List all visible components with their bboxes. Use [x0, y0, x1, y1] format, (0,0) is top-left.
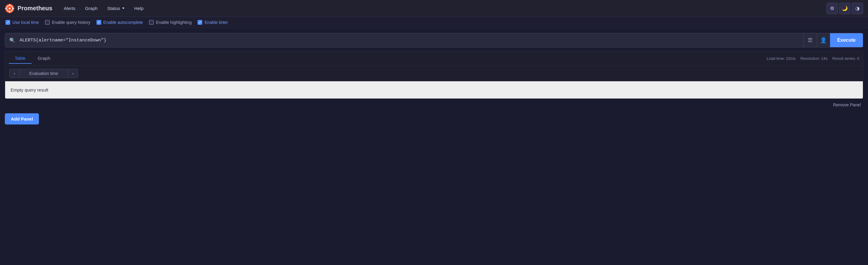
enable-linter-checkbox[interactable]: [197, 20, 202, 25]
contrast-button[interactable]: ◑: [852, 3, 863, 14]
result-series: Result series: 0: [832, 56, 859, 61]
use-local-time-label: Use local time: [12, 20, 39, 25]
tab-graph[interactable]: Graph: [32, 53, 56, 64]
enable-highlighting-label: Enable highlighting: [156, 20, 191, 25]
theme-toggle-button[interactable]: 🌙: [839, 3, 850, 14]
eval-prev-button[interactable]: ‹: [9, 69, 20, 78]
toolbar: Use local time Enable query history Enab…: [0, 17, 868, 28]
contrast-icon: ◑: [855, 5, 860, 11]
enable-query-history-checkbox[interactable]: [45, 20, 50, 25]
enable-linter-toggle[interactable]: Enable linter: [197, 20, 228, 25]
query-user-button[interactable]: 👤: [817, 33, 830, 47]
query-bar: 🔍 ☰ 👤 Execute: [5, 33, 863, 48]
main-content: 🔍 ☰ 👤 Execute Table Graph Load time: 22m…: [0, 28, 868, 129]
eval-row: ‹ Evaluation time ›: [5, 66, 863, 81]
panel-header: Table Graph Load time: 22ms Resolution: …: [5, 51, 863, 66]
use-local-time-toggle[interactable]: Use local time: [5, 20, 39, 25]
tab-table[interactable]: Table: [9, 53, 32, 64]
nav-graph[interactable]: Graph: [81, 3, 102, 13]
panel-meta: Load time: 22ms Resolution: 14s Result s…: [767, 56, 859, 61]
enable-linter-label: Enable linter: [205, 20, 228, 25]
settings-button[interactable]: ⚙: [827, 3, 838, 14]
add-panel-button[interactable]: Add Panel: [5, 113, 39, 125]
user-icon: 👤: [820, 37, 827, 44]
load-time: Load time: 22ms: [767, 56, 796, 61]
resolution: Resolution: 14s: [801, 56, 828, 61]
chevron-right-icon: ›: [72, 71, 74, 76]
query-input[interactable]: [20, 34, 804, 47]
enable-highlighting-toggle[interactable]: Enable highlighting: [149, 20, 191, 25]
eval-next-button[interactable]: ›: [68, 69, 78, 78]
brand-icon: [5, 4, 14, 13]
enable-query-history-toggle[interactable]: Enable query history: [45, 20, 90, 25]
status-dropdown-icon: [122, 7, 125, 9]
nav-links: Alerts Graph Status Help: [60, 3, 827, 13]
search-icon: 🔍: [5, 37, 20, 43]
nav-help[interactable]: Help: [130, 3, 148, 13]
navbar: Prometheus Alerts Graph Status Help ⚙ 🌙 …: [0, 0, 868, 17]
moon-icon: 🌙: [842, 5, 848, 11]
nav-alerts[interactable]: Alerts: [60, 3, 80, 13]
chevron-left-icon: ‹: [14, 71, 16, 76]
gear-icon: ⚙: [830, 5, 834, 11]
remove-panel-row: Remove Panel: [5, 99, 863, 111]
list-icon: ☰: [808, 37, 812, 44]
brand: Prometheus: [5, 4, 53, 13]
remove-panel-button[interactable]: Remove Panel: [831, 101, 863, 108]
enable-query-history-label: Enable query history: [52, 20, 90, 25]
svg-point-2: [9, 7, 10, 9]
enable-autocomplete-checkbox[interactable]: [96, 20, 101, 25]
nav-status[interactable]: Status: [103, 3, 129, 13]
panel: Table Graph Load time: 22ms Resolution: …: [5, 51, 863, 99]
use-local-time-checkbox[interactable]: [5, 20, 10, 25]
eval-time-label: Evaluation time: [20, 69, 68, 78]
query-actions: ☰ 👤 Execute: [804, 33, 863, 47]
navbar-right: ⚙ 🌙 ◑: [827, 3, 863, 14]
brand-title: Prometheus: [18, 5, 53, 12]
enable-autocomplete-label: Enable autocomplete: [103, 20, 143, 25]
panel-tabs: Table Graph: [9, 53, 56, 64]
execute-button[interactable]: Execute: [830, 33, 863, 47]
query-list-button[interactable]: ☰: [804, 33, 817, 47]
enable-autocomplete-toggle[interactable]: Enable autocomplete: [96, 20, 143, 25]
enable-highlighting-checkbox[interactable]: [149, 20, 154, 25]
empty-result: Empty query result: [5, 81, 863, 99]
